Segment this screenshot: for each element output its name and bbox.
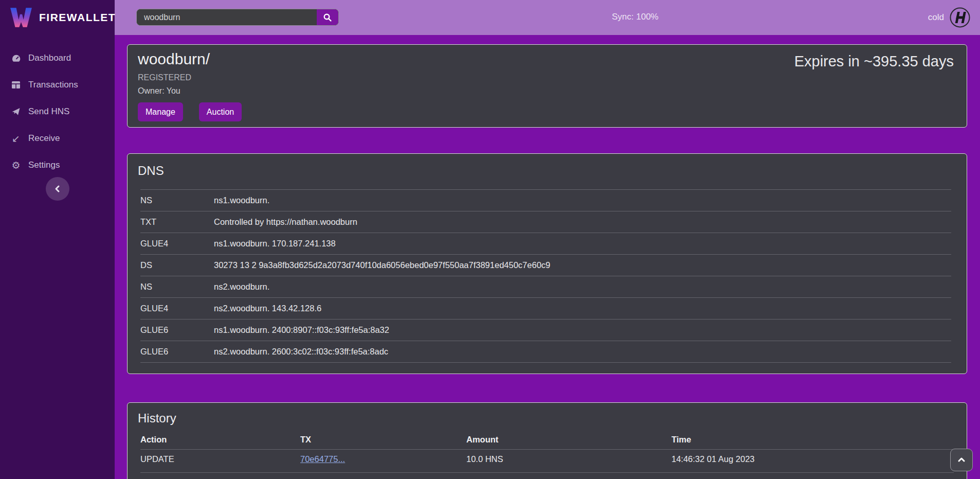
brand: FIREWALLET [0, 0, 115, 33]
dns-record-type: NS [140, 196, 214, 205]
dns-record-value: ns2.woodburn. 143.42.128.6 [214, 304, 321, 313]
dns-card: DNS NS ns1.woodburn. TXT Controlled by h… [127, 153, 967, 374]
dns-record-value: ns1.woodburn. [214, 196, 269, 205]
history-action: UPDATE [140, 454, 300, 464]
auction-button[interactable]: Auction [199, 102, 242, 121]
handshake-wallet-button[interactable] [949, 7, 971, 28]
dns-record-type: TXT [140, 217, 214, 227]
dns-record-type: GLUE4 [140, 304, 214, 313]
dns-record-type: DS [140, 260, 214, 270]
history-amount: 10.0 HNS [466, 454, 672, 464]
sidebar-item-label: Settings [28, 160, 60, 170]
sidebar-item-label: Dashboard [28, 53, 71, 63]
dns-record-value: 30273 13 2 9a3a8fb3d625d2a2073d740f10da6… [214, 260, 550, 270]
dns-record-row: GLUE4 ns1.woodburn. 170.187.241.138 [140, 233, 951, 255]
domain-card: woodburn/ REGISTERED Owner: You Manage A… [127, 44, 967, 128]
paper-plane-icon [10, 107, 22, 116]
dns-record-row: GLUE4 ns2.woodburn. 143.42.128.6 [140, 298, 951, 320]
domain-expiry-label: Expires in ~395.35 days [794, 53, 954, 70]
arrow-down-left-icon: ↙ [10, 134, 22, 144]
history-row: RENEW d72e6f... 10.0 HNS 15:47:06 07 Jul… [140, 472, 954, 479]
scroll-to-top-button[interactable] [950, 449, 973, 471]
sidebar: FIREWALLET Dashboard Transactions [0, 0, 115, 479]
dns-record-value: ns1.woodburn. 2400:8907::f03c:93ff:fe5a:… [214, 325, 389, 335]
search-button[interactable] [317, 9, 338, 25]
gear-icon: ⚙ [10, 161, 22, 170]
dns-record-type: GLUE6 [140, 325, 214, 335]
sidebar-item-settings[interactable]: ⚙ Settings [0, 152, 115, 179]
sidebar-item-dashboard[interactable]: Dashboard [0, 45, 115, 72]
sidebar-collapse-button[interactable] [46, 177, 69, 201]
history-time: 14:46:32 01 Aug 2023 [672, 454, 954, 464]
dns-record-value: ns2.woodburn. 2600:3c02::f03c:93ff:fe5a:… [214, 347, 388, 357]
topbar: Sync: 100% cold [115, 0, 980, 35]
domain-owner-label: Owner: You [138, 86, 954, 96]
sidebar-item-receive[interactable]: ↙ Receive [0, 125, 115, 152]
dns-record-type: GLUE4 [140, 239, 214, 249]
manage-button[interactable]: Manage [138, 102, 183, 121]
wallet-status-group: cold [928, 0, 971, 35]
dns-record-row: NS ns1.woodburn. [140, 190, 951, 211]
sidebar-nav: Dashboard Transactions Send HNS ↙ Rece [0, 45, 115, 179]
column-header-action: Action [140, 435, 300, 445]
dns-record-value: Controlled by https://nathan.woodburn [214, 217, 357, 227]
gauge-icon [10, 54, 22, 63]
dns-record-row: GLUE6 ns2.woodburn. 2600:3c02::f03c:93ff… [140, 341, 951, 363]
search-input[interactable] [137, 9, 317, 25]
dns-record-value: ns1.woodburn. 170.187.241.138 [214, 239, 336, 249]
wallet-mode-label: cold [928, 12, 944, 23]
sidebar-item-label: Transactions [28, 80, 78, 90]
domain-state-label: REGISTERED [138, 73, 954, 82]
history-section-title: History [138, 411, 954, 425]
search-icon [323, 13, 332, 22]
table-icon [10, 81, 22, 89]
sidebar-item-send-hns[interactable]: Send HNS [0, 98, 115, 125]
dns-record-row: TXT Controlled by https://nathan.woodbur… [140, 211, 951, 233]
brand-name: FIREWALLET [39, 11, 116, 24]
history-table-header: Action TX Amount Time [140, 435, 954, 449]
sidebar-item-label: Send HNS [28, 107, 69, 117]
dns-record-row: GLUE6 ns1.woodburn. 2400:8907::f03c:93ff… [140, 320, 951, 341]
history-table: Action TX Amount Time UPDATE 70e64775...… [140, 435, 954, 479]
chevron-left-icon [53, 184, 62, 193]
dns-record-type: NS [140, 282, 214, 292]
dns-section-title: DNS [138, 164, 954, 178]
column-header-tx: TX [300, 435, 466, 445]
search-bar [136, 9, 339, 26]
column-header-amount: Amount [466, 435, 672, 445]
dns-record-row: NS ns2.woodburn. [140, 276, 951, 298]
domain-actions: Manage Auction [138, 102, 954, 121]
dns-record-value: ns2.woodburn. [214, 282, 269, 292]
chevron-up-icon [957, 455, 966, 465]
handshake-logo-icon [949, 7, 971, 28]
firewallet-logo-icon [9, 7, 33, 28]
sync-status: Sync: 100% [612, 12, 659, 22]
tx-link[interactable]: 70e64775... [300, 454, 345, 464]
dns-record-row: DS 30273 13 2 9a3a8fb3d625d2a2073d740f10… [140, 255, 951, 276]
dns-records-table: NS ns1.woodburn. TXT Controlled by https… [140, 189, 951, 363]
history-card: History Action TX Amount Time UPDATE 70e… [127, 402, 967, 479]
column-header-time: Time [672, 435, 954, 445]
sidebar-item-transactions[interactable]: Transactions [0, 72, 115, 98]
dns-record-type: GLUE6 [140, 347, 214, 357]
sidebar-item-label: Receive [28, 133, 60, 144]
history-row: UPDATE 70e64775... 10.0 HNS 14:46:32 01 … [140, 449, 954, 472]
